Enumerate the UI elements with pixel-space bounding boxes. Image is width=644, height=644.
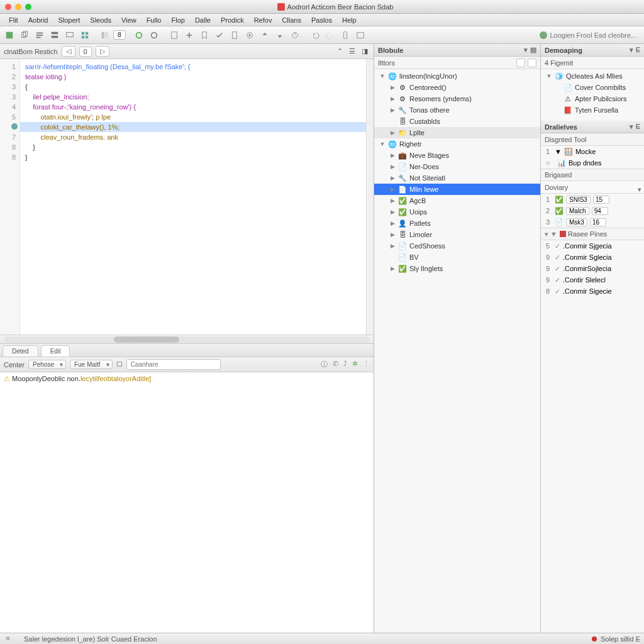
menu-flit[interactable]: Flit	[4, 16, 23, 24]
console-search-input[interactable]	[126, 359, 221, 370]
tree-item[interactable]: ▶📄Mlin Iewe	[374, 184, 540, 195]
property-row[interactable]: 3📄Msk3	[541, 216, 644, 228]
gear-icon[interactable]: ✲	[352, 360, 358, 369]
share-icon[interactable]: ⤴	[343, 360, 347, 369]
menu-aobrid[interactable]: Aobrid	[23, 16, 53, 24]
down-icon[interactable]	[273, 29, 287, 42]
nav-fwd-button[interactable]: ▷	[96, 46, 109, 57]
new-icon[interactable]	[167, 29, 181, 42]
close-window-button[interactable]	[5, 4, 11, 10]
code-area[interactable]: sarrir-/iefsentitepln_fioating (Desa_lia…	[20, 59, 366, 335]
tree-item[interactable]: 🗄Custablds	[374, 116, 540, 127]
toolbar-right-label[interactable]: Loogien Frool Esd cleobre...	[550, 31, 636, 39]
text-icon[interactable]	[33, 29, 47, 42]
console-filter-select[interactable]: Fue Maitf	[70, 360, 113, 369]
power-icon[interactable]	[288, 29, 302, 42]
property-row[interactable]: ○📊Bup dndes	[541, 157, 644, 169]
list-item[interactable]: 8✓.Conmir Sigecie	[541, 286, 644, 297]
sync-icon[interactable]	[132, 29, 146, 42]
nav-back-button[interactable]: ◁	[62, 46, 75, 57]
up-icon[interactable]	[258, 29, 272, 42]
tree-item[interactable]: ⚠Apter Pubilcsiors	[541, 93, 644, 104]
tree-item[interactable]: ▶💼Neve Btages	[374, 150, 540, 161]
property-row[interactable]: 1▼🪟Mocke	[541, 146, 644, 157]
minimize-window-button[interactable]	[15, 4, 21, 10]
tree-item[interactable]: ▼🌐Righetr	[374, 138, 540, 150]
navigator-tree[interactable]: ▼🌐linsteon(lnicgUnor)▶⚙Centoreed()▶⚙Reso…	[374, 69, 540, 275]
tree-item[interactable]: ▶🔧Tonas othere	[374, 104, 540, 116]
page-icon[interactable]	[228, 29, 242, 42]
save-icon[interactable]	[3, 29, 16, 42]
list-item[interactable]: 9✓.Contir Slelecl	[541, 274, 644, 286]
issue-list[interactable]: 5✓.Conmir Sjgecia9✓.Conmir Sglecia9✓.Con…	[541, 240, 644, 297]
tree-item[interactable]: ▶📄CedShoess	[374, 240, 540, 252]
status-close-icon[interactable]: ✕	[4, 635, 11, 643]
rows-icon[interactable]	[48, 29, 62, 42]
menu-slopert[interactable]: Slopert	[53, 16, 85, 24]
breadcrumb-label[interactable]: clnatBom Restich	[4, 48, 58, 55]
collapse-icon[interactable]: ⌃	[335, 47, 345, 57]
menu-dalle[interactable]: Dalle	[190, 16, 216, 24]
tree-item[interactable]: ▶⚙Centoreed()	[374, 82, 540, 93]
add-icon[interactable]	[182, 29, 196, 42]
menu-sleods[interactable]: Sleods	[85, 16, 116, 24]
menu-prodick[interactable]: Prodick	[216, 16, 249, 24]
debug-tree[interactable]: ▼🧊Qcleates Asl Mlies📄Cover Conmbilts⚠Apt…	[541, 69, 644, 117]
menu-view[interactable]: View	[116, 16, 142, 24]
editor-vscrollbar[interactable]	[366, 59, 374, 335]
tree-item[interactable]: ▶✅Uoips	[374, 206, 540, 218]
device-icon[interactable]	[338, 29, 352, 42]
redo-icon[interactable]	[323, 29, 337, 42]
property-row[interactable]: 2✅Malch	[541, 205, 644, 216]
chevron-down-icon[interactable]: ▾	[630, 123, 633, 131]
console-scope-select[interactable]: Pehose	[28, 360, 66, 369]
undo-icon[interactable]	[308, 29, 322, 42]
tree-item[interactable]: ▶🔧Not Siteriatl	[374, 172, 540, 184]
code-editor[interactable]: 1233456788 sarrir-/iefsentitepln_fioatin…	[0, 59, 374, 335]
tree-item[interactable]: ▶✅AgcB	[374, 195, 540, 206]
chevron-down-icon[interactable]: ▾	[630, 46, 633, 54]
panel-menu-icon[interactable]: ▤	[530, 46, 536, 54]
outline-icon[interactable]: ☰	[347, 47, 357, 57]
list-item[interactable]: 9✓.Conmir Sglecia	[541, 252, 644, 263]
tree-item[interactable]: 📄Cover Conmbilts	[541, 82, 644, 93]
console-output[interactable]: ⚠ MooponlyDeoblic non.lecytilfeobtaloyor…	[0, 372, 374, 633]
menu-cllans[interactable]: Cllans	[277, 16, 306, 24]
split-icon[interactable]: ◨	[360, 47, 370, 57]
checkbox-icon[interactable]: ☐	[116, 360, 123, 369]
bookmark-icon[interactable]	[197, 29, 211, 42]
layout-icon[interactable]	[98, 29, 112, 42]
target-icon[interactable]	[243, 29, 257, 42]
zoom-window-button[interactable]	[25, 4, 31, 10]
tree-item[interactable]: ▶🗄Limoler	[374, 229, 540, 240]
view-mode2-icon[interactable]	[528, 58, 536, 67]
tree-item[interactable]: ▶📁Lplte	[374, 127, 540, 138]
tree-item[interactable]: ▶✅Sly lInglets	[374, 263, 540, 274]
tree-item[interactable]: ▶⚙Resomers (yndems)	[374, 93, 540, 104]
tab-deted[interactable]: Deted	[3, 345, 38, 357]
tree-item[interactable]: ▶👤Patlets	[374, 218, 540, 229]
info-icon[interactable]: ⓘ	[321, 360, 328, 369]
check-icon[interactable]	[213, 29, 226, 42]
tab-edil[interactable]: Edil	[41, 345, 70, 357]
tree-item[interactable]: 📄BV	[374, 252, 540, 263]
menu-paslos[interactable]: Paslos	[306, 16, 337, 24]
menu-icon[interactable]: ⋮	[363, 360, 370, 369]
menu-refov[interactable]: Refov	[249, 16, 277, 24]
tree-toggle-icon[interactable]: ▾ ▼	[545, 230, 557, 238]
phone-icon[interactable]: ✆	[333, 360, 338, 369]
editor-hscrollbar[interactable]	[0, 335, 374, 343]
tree-item[interactable]: ▶📄Ner-Does	[374, 161, 540, 172]
list-item[interactable]: 9✓.ConmirSojlecia	[541, 263, 644, 274]
font-size-spinner[interactable]: 8	[113, 30, 126, 40]
list-item[interactable]: 5✓.Conmir Sjgecia	[541, 240, 644, 252]
window-icon[interactable]	[353, 29, 367, 42]
view-mode-icon[interactable]	[516, 58, 525, 67]
chevron-down-icon[interactable]: ▾	[524, 46, 528, 54]
menu-help[interactable]: Help	[337, 16, 362, 24]
tree-item[interactable]: 📕Tyten Fursella	[541, 104, 644, 116]
property-row[interactable]: 1✅SNIS3	[541, 194, 644, 205]
menu-flop[interactable]: Flop	[166, 16, 189, 24]
stop-icon[interactable]	[147, 29, 161, 42]
tree-item[interactable]: ▼🧊Qcleates Asl Mlies	[541, 70, 644, 82]
